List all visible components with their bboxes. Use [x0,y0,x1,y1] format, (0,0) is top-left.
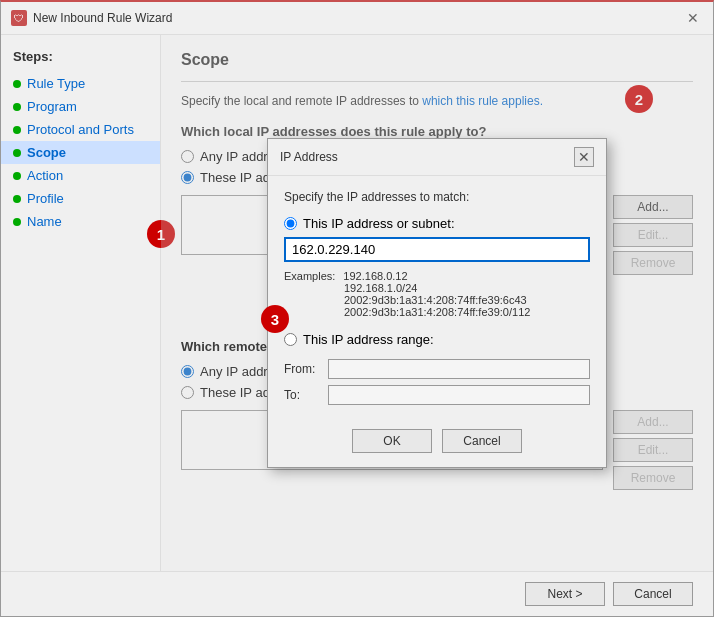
sidebar-label-program: Program [27,99,77,114]
dialog-subnet-radio-row: This IP address or subnet: [284,216,590,231]
sidebar-item-action[interactable]: Action [1,164,160,187]
main-content: Steps: Rule Type Program Protocol and Po… [1,35,713,571]
examples-section: Examples: 192.168.0.12 192.168.1.0/24 20… [284,270,590,318]
sidebar-label-rule-type: Rule Type [27,76,85,91]
range-from-row: From: [284,359,590,379]
dialog-range-label: This IP address range: [303,332,434,347]
dialog-title: IP Address [280,150,338,164]
step-dot [13,149,21,157]
dialog-subtitle: Specify the IP addresses to match: [284,190,590,204]
sidebar-label-action: Action [27,168,63,183]
step-dot [13,195,21,203]
examples-label: Examples: [284,270,335,282]
content-area: Scope Specify the local and remote IP ad… [161,35,713,571]
dialog-footer: OK Cancel [268,419,606,467]
range-to-row: To: [284,385,590,405]
step-dot [13,218,21,226]
dialog-range-radio-row: This IP address range: [284,332,590,347]
sidebar-item-program[interactable]: Program [1,95,160,118]
sidebar: Steps: Rule Type Program Protocol and Po… [1,35,161,571]
from-input[interactable] [328,359,590,379]
dialog-ip-input[interactable] [284,237,590,262]
dialog-range-radio[interactable] [284,333,297,346]
cancel-button[interactable]: Cancel [613,582,693,606]
dialog-ok-button[interactable]: OK [352,429,432,453]
example-2: 192.168.1.0/24 [344,282,590,294]
sidebar-item-name[interactable]: Name [1,210,160,233]
step-dot [13,103,21,111]
dialog-subnet-section: This IP address or subnet: Examples: 192… [284,216,590,318]
step-dot [13,172,21,180]
from-label: From: [284,362,320,376]
next-button[interactable]: Next > [525,582,605,606]
title-bar: 🛡 New Inbound Rule Wizard ✕ [1,2,713,35]
badge-3: 3 [261,305,289,333]
window-title: New Inbound Rule Wizard [33,11,172,25]
sidebar-label-profile: Profile [27,191,64,206]
dialog-overlay: 3 IP Address ✕ Specify the IP addresses … [161,35,713,571]
sidebar-item-rule-type[interactable]: Rule Type [1,72,160,95]
example-1: 192.168.0.12 [343,270,407,282]
sidebar-label-scope: Scope [27,145,66,160]
step-dot [13,126,21,134]
dialog-close-button[interactable]: ✕ [574,147,594,167]
dialog-body: Specify the IP addresses to match: This … [268,176,606,419]
dialog-subnet-radio[interactable] [284,217,297,230]
dialog-subnet-label: This IP address or subnet: [303,216,455,231]
to-input[interactable] [328,385,590,405]
step-dot [13,80,21,88]
app-icon: 🛡 [11,10,27,26]
sidebar-item-profile[interactable]: Profile [1,187,160,210]
footer-buttons: Next > Cancel [1,571,713,616]
dialog-range-section: This IP address range: From: To: [284,332,590,405]
title-bar-left: 🛡 New Inbound Rule Wizard [11,10,172,26]
main-window: 🛡 New Inbound Rule Wizard ✕ Steps: Rule … [0,0,714,617]
steps-label: Steps: [1,45,160,72]
example-4: 2002:9d3b:1a31:4:208:74ff:fe39:0/112 [344,306,590,318]
ip-address-dialog: IP Address ✕ Specify the IP addresses to… [267,138,607,468]
to-label: To: [284,388,320,402]
sidebar-item-scope[interactable]: Scope [1,141,160,164]
sidebar-label-name: Name [27,214,62,229]
example-3: 2002:9d3b:1a31:4:208:74ff:fe39:6c43 [344,294,590,306]
dialog-title-bar: IP Address ✕ [268,139,606,176]
dialog-cancel-button[interactable]: Cancel [442,429,522,453]
window-close-button[interactable]: ✕ [683,8,703,28]
sidebar-label-protocol-ports: Protocol and Ports [27,122,134,137]
sidebar-item-protocol-ports[interactable]: Protocol and Ports [1,118,160,141]
examples-row-1: Examples: 192.168.0.12 [284,270,590,282]
